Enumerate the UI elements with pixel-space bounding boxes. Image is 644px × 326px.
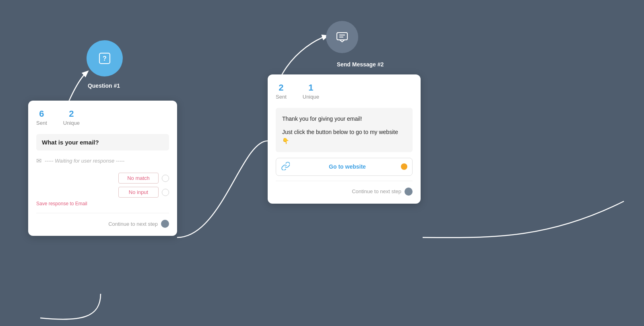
q1-unique-count: 2 [63,109,80,119]
sm2-sent-label: Sent [276,94,287,100]
no-input-button[interactable]: No input [118,187,159,198]
send-message2-label-text: Send Message #2 [337,61,384,68]
message-line1: Thank you for giving your email! [282,114,406,123]
svg-text:?: ? [103,55,107,62]
question1-label-text: Question #1 [88,83,120,89]
question-mark-icon: ? [97,51,112,66]
q1-sent-label: Sent [36,120,47,126]
sm2-unique-label: Unique [303,94,319,100]
save-response-row: Save response to Email [36,201,169,206]
message-body: Thank you for giving your email! Just cl… [276,108,413,152]
sm2-continue-dot[interactable] [405,188,413,196]
message-line2: Just click the button below to go to my … [282,128,406,146]
q1-sent-stat: 6 Sent [36,109,47,126]
q1-stats-row: 6 Sent 2 Unique [36,109,169,128]
sm2-stats-row: 2 Sent 1 Unique [276,83,413,101]
save-response-text: Save response to [36,201,74,206]
no-match-circle[interactable] [162,175,169,182]
message-icon [336,31,349,43]
no-match-button[interactable]: No match [118,173,159,184]
q1-continue-row: Continue to next step [36,218,169,228]
question1-node[interactable]: ? [87,40,123,76]
sm2-unique-stat: 1 Unique [303,83,319,100]
go-to-website-row[interactable]: Go to website [276,158,413,176]
q1-sent-count: 6 [36,109,47,119]
canvas: ? Question #1 Send Message #2 6 Sent 2 U… [0,0,644,326]
question1-label: Question #1 [70,83,138,89]
email-input-row: ✉ ----- Waiting for user response ----- [36,155,169,166]
q1-continue-dot[interactable] [161,220,169,228]
go-to-website-text: Go to website [294,163,401,170]
sm2-divider [276,181,413,181]
save-response-var: Email [75,201,87,206]
question1-card: 6 Sent 2 Unique What is your email? ✉ --… [28,101,177,236]
question-text: What is your email? [42,139,99,146]
send-message2-label: Send Message #2 [322,61,398,68]
no-match-option-row: No match [36,173,169,184]
question-text-box: What is your email? [36,134,169,151]
sm2-unique-count: 1 [303,83,319,93]
q1-continue-label: Continue to next step [108,221,158,227]
no-input-option-row: No input [36,187,169,198]
sm2-continue-row: Continue to next step [276,186,413,196]
waiting-text: ----- Waiting for user response ----- [45,158,124,164]
q1-divider [36,213,169,213]
sm2-sent-count: 2 [276,83,287,93]
link-dot[interactable] [401,163,407,170]
send-message2-node[interactable] [326,21,358,53]
sm2-continue-label: Continue to next step [352,188,401,194]
q1-unique-label: Unique [63,120,80,126]
send-message2-card: 2 Sent 1 Unique Thank you for giving you… [268,74,421,204]
sm2-sent-stat: 2 Sent [276,83,287,100]
email-icon: ✉ [36,157,41,165]
q1-unique-stat: 2 Unique [63,109,80,126]
link-icon [281,161,290,172]
no-input-circle[interactable] [162,189,169,196]
svg-rect-2 [337,33,347,40]
